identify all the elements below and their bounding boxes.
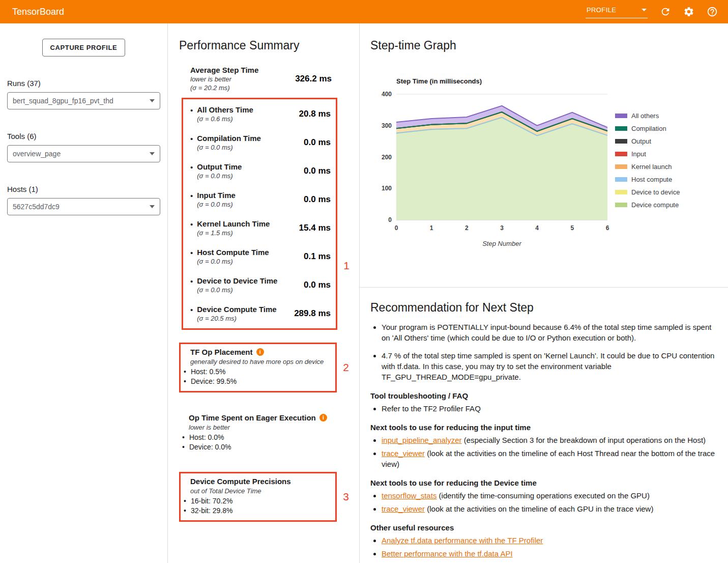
device-compute-precisions-title: Device Compute Precisions [190,477,291,486]
runs-label: Runs (37) [7,79,167,88]
link-analyze-tf-data-performance-with-the-tf-profiler[interactable]: Analyze tf.data performance with the TF … [382,536,543,545]
runs-select-value: bert_squad_8gpu_fp16_pvt_thd [13,97,113,105]
legend-swatch [615,126,627,131]
recommendation-title: Recommendation for Next Step [370,301,716,315]
svg-text:2: 2 [465,224,469,232]
chevron-down-icon [642,9,647,11]
bullet: • [190,305,193,322]
link-tensorflow-stats[interactable]: tensorflow_stats [382,491,436,500]
legend-swatch [615,139,627,144]
recommendation-item: tensorflow_stats (identify the time-cons… [382,490,716,501]
hosts-select-value: 5627c5dd7dc9 [13,203,60,211]
capture-profile-button[interactable]: CAPTURE PROFILE [42,39,126,57]
tools-label: Tools (6) [7,132,167,140]
recommendation-item: Your program is POTENTIALLY input-bound … [382,322,716,343]
recommendation-section-list: tensorflow_stats (identify the time-cons… [370,490,716,514]
metric-row-kernel-launch-time: •Kernel Launch Time(σ = 1.5 ms)15.4 ms [183,214,336,242]
legend-swatch [615,177,627,182]
eager-execution-block: Op Time Spent on Eager Execution i lower… [182,410,359,457]
legend-item-host-compute: Host compute [615,176,680,183]
legend-label: Device to device [631,188,680,196]
link-trace-viewer[interactable]: trace_viewer [382,449,425,458]
recommendation-intro-list: Your program is POTENTIALLY input-bound … [370,322,716,382]
metric-value: 0.0 ms [304,194,331,205]
metric-label: Device to Device Time [197,276,277,285]
legend-item-kernel-launch: Kernel launch [615,163,680,171]
help-icon[interactable] [707,6,718,17]
svg-text:6: 6 [606,224,609,232]
bullet: • [190,248,193,265]
legend-label: Host compute [631,176,672,183]
svg-text:3: 3 [500,224,504,232]
device-compute-precisions-subtitle: out of Total Device Time [190,487,331,495]
info-icon[interactable]: i [256,348,264,356]
tf-op-placement-item: Device: 99.5% [184,377,331,386]
info-icon[interactable]: i [319,414,327,421]
recommendation-item: Refer to the TF2 Profiler FAQ [382,403,716,414]
legend-label: Input [631,150,646,158]
legend-item-device-to-device: Device to device [615,188,680,196]
legend-swatch [615,203,627,207]
runs-select[interactable]: bert_squad_8gpu_fp16_pvt_thd [7,92,160,109]
recommendation-card: Recommendation for Next Step Your progra… [360,288,728,563]
legend-label: All others [631,112,659,120]
app-header: TensorBoard PROFILE [0,0,728,23]
metric-row-host-compute-time: •Host Compute Time(σ = 0.0 ms)0.1 ms [183,242,336,271]
tools-select-value: overview_page [13,150,61,158]
tf-op-placement-subtitle: generally desired to have more ops on de… [190,358,331,365]
recommendation-item: trace_viewer (look at the activities on … [382,448,716,469]
recommendation-item: trace_viewer (look at the activities on … [382,503,716,514]
recommendation-item: Better performance with the tf.data API [382,548,716,559]
recommendation-section-heading-next-tools-to-use-for-reducing-the-input-time: Next tools to use for reducing the input… [370,423,716,432]
eager-execution-item: Host: 0.0% [182,433,355,442]
recommendation-section-list: Refer to the TF2 Profiler FAQ [370,403,716,414]
bullet: • [190,191,193,208]
link-input-pipeline-analyzer[interactable]: input_pipeline_analyzer [382,436,462,444]
device-compute-precisions-box: Device Compute Precisions out of Total D… [179,472,337,522]
tf-op-placement-box: TF Op Placement i generally desired to h… [179,343,337,392]
legend-label: Device compute [631,201,679,209]
metric-value: 326.2 ms [295,74,332,84]
dashboard-selector-value: PROFILE [587,6,616,14]
metrics-annotation-box: •All Others Time(σ = 0.6 ms)20.8 ms•Comp… [182,98,337,330]
link-trace-viewer[interactable]: trace_viewer [382,504,425,513]
performance-summary-title: Performance Summary [179,39,359,52]
legend-label: Output [631,137,651,145]
performance-summary-panel: Performance Summary Average Step Time lo… [168,23,360,563]
right-panel: Step-time Graph Step Time (in millisecon… [360,23,728,563]
legend-label: Compilation [631,125,666,132]
svg-text:1: 1 [430,224,433,232]
metric-value: 0.0 ms [304,137,331,148]
metric-label: Compilation Time [197,134,261,143]
device-compute-precisions-item: 32-bit: 29.8% [184,506,331,516]
link-better-performance-with-the-tf-data-api[interactable]: Better performance with the tf.data API [382,549,513,558]
refresh-icon[interactable] [660,6,671,17]
metric-sigma: (σ = 0.0 ms) [197,172,242,180]
metric-value: 20.8 ms [299,109,331,119]
metric-sigma: (σ = 20.5 ms) [197,315,276,322]
step-time-graph-title: Step-time Graph [370,39,728,52]
device-compute-precisions-item: 16-bit: 70.2% [184,496,331,506]
metric-sigma: (σ = 0.6 ms) [197,115,253,123]
chevron-down-icon [150,99,155,102]
metric-value: 289.8 ms [294,308,331,319]
metric-value: 0.0 ms [304,166,331,176]
legend-swatch [615,114,627,118]
recommendation-section-list: Analyze tf.data performance with the TF … [370,535,716,559]
header-actions: PROFILE [586,5,718,18]
metric-sigma: (σ = 0.0 ms) [197,286,277,294]
svg-text:5: 5 [570,224,574,232]
chevron-down-icon [150,152,155,155]
settings-gear-icon[interactable] [683,6,694,17]
metric-sigma: (σ = 0.0 ms) [197,144,261,151]
svg-text:100: 100 [382,185,392,192]
dashboard-selector[interactable]: PROFILE [586,5,648,18]
recommendation-item: 4.7 % of the total step time sampled is … [382,350,716,382]
tools-select[interactable]: overview_page [7,145,160,162]
metric-sigma: (σ = 0.0 ms) [197,201,236,208]
metric-sigma: (σ = 20.2 ms) [190,84,258,92]
app-title: TensorBoard [12,7,64,17]
hosts-select[interactable]: 5627c5dd7dc9 [7,198,160,215]
metric-label: Kernel Launch Time [197,219,270,228]
legend-swatch [615,190,627,194]
